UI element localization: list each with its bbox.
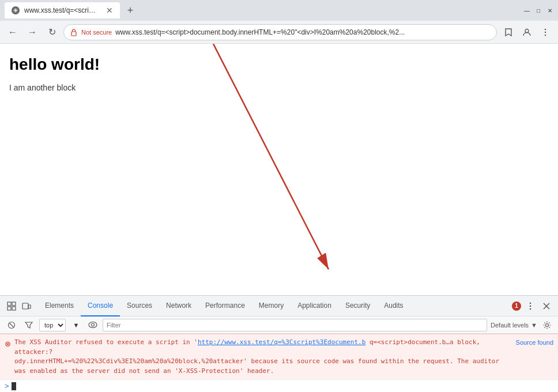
svg-marker-23 <box>25 322 32 328</box>
svg-rect-3 <box>71 32 76 36</box>
new-tab-button[interactable]: + <box>122 2 138 18</box>
page-heading: hello world! <box>9 55 549 74</box>
toolbar-right <box>500 24 553 40</box>
devtools-toggle-buttons <box>5 299 33 313</box>
close-window-button[interactable]: ✕ <box>546 7 553 14</box>
maximize-button[interactable]: □ <box>535 7 542 14</box>
tab-title: www.xss.test/q=<script>docume <box>24 6 99 14</box>
annotation-arrow <box>0 44 558 295</box>
tab-favicon <box>12 6 20 14</box>
refresh-button[interactable]: ↻ <box>44 24 60 40</box>
clear-console-button[interactable] <box>5 318 18 332</box>
svg-rect-12 <box>12 302 16 306</box>
context-dropdown-arrow[interactable]: ▼ <box>69 319 83 331</box>
svg-point-18 <box>530 308 531 310</box>
tab-application[interactable]: Application <box>291 296 338 316</box>
url-text: www.xss.test/q=<script>document.body.inn… <box>115 28 405 36</box>
device-toggle-button[interactable] <box>20 299 33 313</box>
account-button[interactable] <box>519 24 535 40</box>
omnibar: ← → ↻ Not secure www.xss.test/q=<script>… <box>0 21 558 44</box>
console-source-link[interactable]: Source found <box>516 338 553 348</box>
lock-icon <box>70 28 78 36</box>
error-badge: 1 <box>512 301 521 311</box>
console-error-text: The XSS Auditor refused to execute a scr… <box>14 338 512 376</box>
svg-point-25 <box>92 323 95 326</box>
svg-rect-13 <box>12 307 16 310</box>
console-settings-button[interactable] <box>541 319 553 331</box>
console-input-row: > <box>0 379 558 392</box>
console-prompt: > <box>5 382 9 390</box>
tab-audits[interactable]: Audits <box>377 296 410 316</box>
address-bar[interactable]: Not secure www.xss.test/q=<script>docume… <box>63 24 497 40</box>
page-content: hello world! I am another block <box>0 44 558 295</box>
devtools-toolbar: Elements Console Sources Network Perform… <box>0 296 558 316</box>
menu-button[interactable] <box>537 24 553 40</box>
tab-network[interactable]: Network <box>159 296 198 316</box>
tab-security[interactable]: Security <box>338 296 377 316</box>
window-controls: — □ ✕ <box>523 7 553 14</box>
svg-point-26 <box>546 323 549 326</box>
svg-point-7 <box>545 34 546 35</box>
svg-point-4 <box>525 29 529 32</box>
error-icon: ⊗ <box>5 338 11 350</box>
console-error-link[interactable]: http://www.xss.test/q=%3Cscript%3Edocume… <box>198 338 365 346</box>
tab-performance[interactable]: Performance <box>198 296 252 316</box>
svg-rect-15 <box>28 305 31 308</box>
svg-line-9 <box>213 44 329 269</box>
tab-console[interactable]: Console <box>81 296 120 316</box>
tab-memory[interactable]: Memory <box>252 296 291 316</box>
eye-button[interactable] <box>86 319 99 331</box>
svg-point-24 <box>89 322 97 328</box>
console-cursor <box>12 382 16 390</box>
console-filter-input[interactable] <box>103 319 487 331</box>
tab-close-button[interactable]: ✕ <box>106 6 113 15</box>
tab-elements[interactable]: Elements <box>38 296 81 316</box>
svg-line-22 <box>10 323 14 327</box>
forward-button[interactable]: → <box>24 24 40 40</box>
devtools-panel: Elements Console Sources Network Perform… <box>0 295 558 392</box>
svg-rect-10 <box>7 302 11 306</box>
devtools-tabs: Elements Console Sources Network Perform… <box>38 296 512 316</box>
titlebar: www.xss.test/q=<script>docume ✕ + — □ ✕ <box>0 0 558 21</box>
console-context-select[interactable]: top <box>39 319 66 331</box>
devtools-more-button[interactable] <box>523 299 537 313</box>
default-levels-dropdown[interactable]: Default levels ▼ <box>491 322 537 329</box>
filter-icon-button[interactable] <box>22 318 36 332</box>
browser-tab[interactable]: www.xss.test/q=<script>docume ✕ <box>5 2 120 18</box>
tab-sources[interactable]: Sources <box>120 296 159 316</box>
devtools-close-button[interactable] <box>540 299 553 313</box>
svg-rect-14 <box>22 303 28 309</box>
error-count: 1 <box>512 301 521 311</box>
svg-rect-11 <box>7 307 11 310</box>
svg-point-17 <box>530 305 531 307</box>
svg-point-5 <box>545 28 546 29</box>
bookmark-button[interactable] <box>500 24 516 40</box>
back-button[interactable]: ← <box>5 24 21 40</box>
page-paragraph: I am another block <box>9 83 549 92</box>
console-toolbar: top ▼ Default levels ▼ <box>0 316 558 334</box>
not-secure-label: Not secure <box>81 29 112 36</box>
console-error-row: ⊗ The XSS Auditor refused to execute a s… <box>0 334 558 379</box>
svg-point-6 <box>545 31 546 32</box>
minimize-button[interactable]: — <box>523 7 530 14</box>
devtools-right-controls: 1 <box>512 299 553 313</box>
svg-point-16 <box>530 302 531 304</box>
inspect-element-button[interactable] <box>5 299 18 313</box>
